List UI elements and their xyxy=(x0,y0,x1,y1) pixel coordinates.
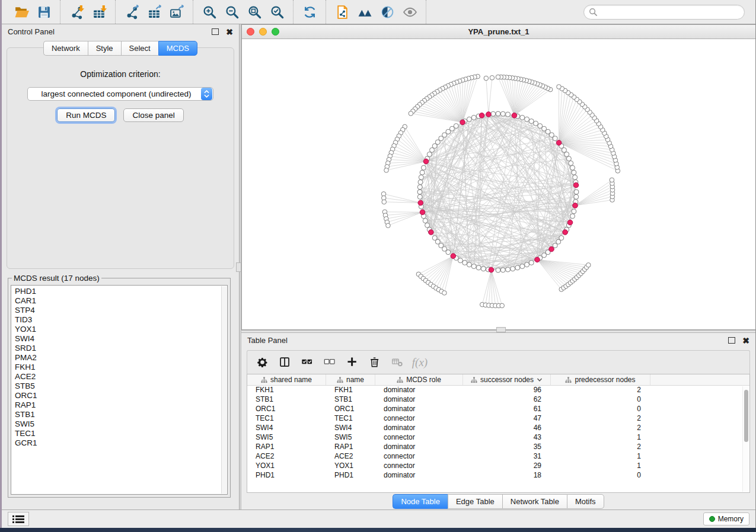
close-panel-button[interactable]: Close panel xyxy=(123,108,183,122)
network-node[interactable] xyxy=(506,112,511,117)
table-row[interactable]: SWI5SWI5connector431 xyxy=(247,433,749,443)
network-node[interactable] xyxy=(471,115,476,120)
column-header-successor-nodes[interactable]: successor nodes xyxy=(463,374,551,385)
network-node[interactable] xyxy=(572,170,576,175)
table-row[interactable]: ACE2ACE2connector311 xyxy=(247,452,749,462)
network-node[interactable] xyxy=(427,152,432,156)
new-network-from-file-button[interactable] xyxy=(331,2,353,21)
run-mcds-button[interactable]: Run MCDS xyxy=(57,108,115,122)
network-node[interactable] xyxy=(574,194,579,199)
network-node[interactable] xyxy=(525,262,529,267)
mcds-node[interactable] xyxy=(573,182,579,188)
mcds-node[interactable] xyxy=(535,257,540,262)
scrollbar-thumb[interactable] xyxy=(744,390,748,442)
memory-button[interactable]: Memory xyxy=(703,512,749,525)
network-node[interactable] xyxy=(421,165,426,170)
mcds-node-item[interactable]: YOX1 xyxy=(15,325,227,334)
tab-network-table[interactable]: Network Table xyxy=(502,494,567,509)
optimization-criterion-select[interactable]: largest connected component (undirected) xyxy=(27,87,213,101)
network-node[interactable] xyxy=(409,111,413,116)
network-node[interactable] xyxy=(490,75,495,80)
deselect-all-button[interactable] xyxy=(320,353,340,372)
network-node[interactable] xyxy=(462,260,467,265)
delete-table-button[interactable] xyxy=(387,353,407,372)
network-node[interactable] xyxy=(564,152,569,156)
network-node[interactable] xyxy=(570,214,575,219)
table-scrollbar[interactable] xyxy=(742,386,749,492)
network-node[interactable] xyxy=(417,194,422,199)
network-node[interactable] xyxy=(500,111,505,116)
column-header-predecessor-nodes[interactable]: predecessor nodes xyxy=(551,374,650,385)
network-node[interactable] xyxy=(529,119,534,124)
mcds-node-item[interactable]: PMA2 xyxy=(15,353,227,363)
mcds-node-item[interactable]: STB1 xyxy=(15,410,227,419)
network-node[interactable] xyxy=(430,148,435,152)
network-canvas[interactable] xyxy=(242,39,755,329)
network-node[interactable] xyxy=(570,165,575,170)
float-panel-icon[interactable] xyxy=(728,337,735,344)
mcds-node[interactable] xyxy=(563,230,568,235)
network-node[interactable] xyxy=(557,85,562,89)
network-node[interactable] xyxy=(417,190,422,194)
network-node[interactable] xyxy=(529,260,534,265)
network-node[interactable] xyxy=(500,268,505,273)
network-node[interactable] xyxy=(425,223,430,227)
list-scrollbar[interactable] xyxy=(221,286,227,493)
mcds-node[interactable] xyxy=(479,113,484,118)
table-row[interactable]: FKH1FKH1dominator962 xyxy=(247,386,749,395)
table-row[interactable]: PHD1PHD1dominator180 xyxy=(247,471,749,480)
mcds-node-item[interactable]: SRD1 xyxy=(15,344,227,353)
mcds-node-item[interactable]: STP4 xyxy=(15,306,227,315)
horizontal-splitter[interactable] xyxy=(241,330,755,333)
network-node[interactable] xyxy=(467,117,471,121)
network-node[interactable] xyxy=(481,267,486,271)
network-node[interactable] xyxy=(382,200,387,204)
mcds-node-item[interactable]: RAP1 xyxy=(15,400,227,410)
first-neighbors-button[interactable] xyxy=(353,2,376,21)
column-header-MCDS-role[interactable]: MCDS role xyxy=(375,374,463,385)
table-row[interactable]: RAP1RAP1dominator352 xyxy=(247,443,749,452)
network-node[interactable] xyxy=(572,209,576,214)
network-node[interactable] xyxy=(417,185,422,190)
mcds-node-item[interactable]: PHD1 xyxy=(15,287,227,296)
network-node[interactable] xyxy=(419,175,423,180)
mcds-node[interactable] xyxy=(418,200,423,206)
window-minimize-icon[interactable] xyxy=(259,28,267,36)
float-panel-icon[interactable] xyxy=(212,28,219,35)
mcds-node[interactable] xyxy=(567,220,573,225)
mcds-node-item[interactable]: SWI4 xyxy=(15,334,227,344)
tab-network[interactable]: Network xyxy=(43,41,88,56)
column-header-name[interactable]: name xyxy=(326,374,375,385)
show-panels-button[interactable] xyxy=(8,512,29,526)
mcds-node-item[interactable]: GCR1 xyxy=(15,438,227,448)
mcds-node[interactable] xyxy=(451,254,456,259)
window-maximize-icon[interactable] xyxy=(272,28,279,36)
add-column-button[interactable] xyxy=(342,353,362,372)
table-row[interactable]: STB1STB1dominator620 xyxy=(247,395,749,405)
network-node[interactable] xyxy=(496,75,500,79)
network-node[interactable] xyxy=(559,236,564,241)
mcds-node[interactable] xyxy=(556,140,562,146)
show-columns-button[interactable] xyxy=(275,353,295,372)
network-node[interactable] xyxy=(476,265,481,270)
mcds-node[interactable] xyxy=(489,267,494,273)
save-session-button[interactable] xyxy=(33,2,55,21)
network-node[interactable] xyxy=(446,250,451,255)
tab-node-table[interactable]: Node Table xyxy=(393,494,448,509)
tab-motifs[interactable]: Motifs xyxy=(567,494,604,509)
network-node[interactable] xyxy=(384,168,389,173)
mcds-node[interactable] xyxy=(486,112,492,117)
mcds-node[interactable] xyxy=(423,159,429,164)
tab-edge-table[interactable]: Edge Table xyxy=(448,494,502,509)
tab-select[interactable]: Select xyxy=(121,41,158,56)
splitter-handle[interactable] xyxy=(496,327,506,332)
network-node[interactable] xyxy=(534,121,538,126)
network-node[interactable] xyxy=(467,262,471,267)
import-table-button[interactable] xyxy=(88,2,110,21)
zoom-fit-button[interactable] xyxy=(243,2,266,21)
network-node[interactable] xyxy=(420,170,425,175)
table-row[interactable]: SWI4SWI4dominator462 xyxy=(247,424,749,433)
delete-column-button[interactable] xyxy=(365,353,385,372)
mcds-node-item[interactable]: TID3 xyxy=(15,315,227,325)
network-node[interactable] xyxy=(491,111,496,116)
